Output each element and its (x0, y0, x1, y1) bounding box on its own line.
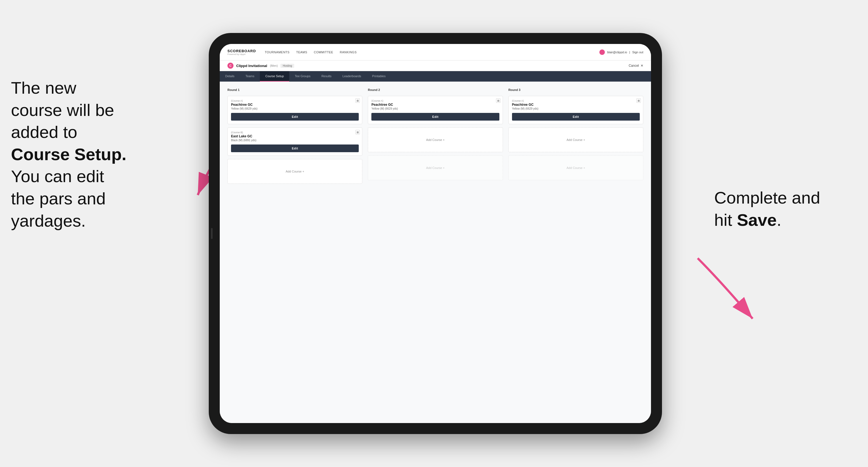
course-name-r1-a: Peachtree GC (231, 103, 359, 106)
brand-text: SCOREBOARD (227, 49, 256, 53)
delete-button-r3-a[interactable]: ⊠ (637, 98, 641, 103)
top-nav-right: blair@clippd.io | Sign out (599, 50, 643, 55)
course-detail-r3-a: Yellow (M) (6629 yds) (512, 107, 640, 110)
annotation-right-bold: Save (737, 211, 777, 229)
cancel-button[interactable]: Cancel ✕ (629, 64, 643, 68)
add-course-r1[interactable]: Add Course + (227, 159, 362, 184)
course-tag-r3-a: (Course A) (512, 99, 640, 102)
tablet-side-button (211, 228, 213, 239)
sign-out-link[interactable]: Sign out (632, 51, 643, 54)
delete-button-r1-a[interactable]: ⊠ (355, 98, 360, 103)
add-course-label-r1: Add Course + (286, 170, 304, 173)
powered-text: Powered by clippd (227, 53, 256, 56)
course-card-r1-b: ⊠ (Course B) East Lake GC Black (M) (689… (227, 127, 362, 156)
tab-tee-groups[interactable]: Tee Groups (289, 71, 316, 82)
nav-teams[interactable]: TEAMS (296, 51, 307, 54)
nav-rankings[interactable]: RANKINGS (340, 51, 356, 54)
tab-course-setup[interactable]: Course Setup (260, 71, 289, 82)
arrow-right (681, 253, 785, 330)
rounds-grid: Round 1 ⊠ (Course A) Peachtree GC Yellow… (227, 88, 643, 184)
hosting-badge: Hosting (280, 64, 294, 68)
tab-details[interactable]: Details (220, 71, 240, 82)
add-course-label-r3: Add Course + (567, 138, 585, 142)
tournament-bar-left: C Clippd Invitational (Men) Hosting (227, 63, 294, 69)
tab-teams[interactable]: Teams (240, 71, 260, 82)
edit-button-r1-a[interactable]: Edit (231, 113, 359, 121)
top-nav-links: TOURNAMENTS TEAMS COMMITTEE RANKINGS (265, 51, 357, 54)
annotation-left-line1: The new (11, 78, 76, 97)
user-avatar (599, 50, 605, 55)
round-3-column: Round 3 ⊠ (Course A) Peachtree GC Yellow… (508, 88, 643, 184)
clippd-logo-letter: C (229, 64, 231, 67)
tab-leaderboards[interactable]: Leaderboards (337, 71, 367, 82)
course-card-r1-a: ⊠ (Course A) Peachtree GC Yellow (M) (66… (227, 96, 362, 124)
tournament-name: Clippd Invitational (236, 64, 267, 68)
course-detail-r2-a: Yellow (M) (6629 yds) (371, 107, 499, 110)
course-name-r3-a: Peachtree GC (512, 103, 640, 106)
round-2-column: Round 2 ⊠ (Course A) Peachtree GC Yellow… (368, 88, 503, 184)
annotation-left-line3: added to (11, 123, 77, 142)
scoreboard-logo: SCOREBOARD Powered by clippd (227, 49, 256, 56)
annotation-left-line5: You can edit (11, 167, 104, 186)
nav-tournaments[interactable]: TOURNAMENTS (265, 51, 289, 54)
clippd-logo: C (227, 63, 234, 69)
tab-bar: Details Teams Course Setup Tee Groups Re… (220, 71, 651, 82)
annotation-right-line2: hit Save. (714, 211, 781, 229)
delete-button-r2-a[interactable]: ⊠ (496, 98, 500, 103)
course-card-r2-a: ⊠ (Course A) Peachtree GC Yellow (M) (66… (368, 96, 503, 124)
course-detail-r1-b: Black (M) (6891 yds) (231, 139, 359, 142)
add-course-label-r2: Add Course + (426, 138, 445, 142)
main-content: Round 1 ⊠ (Course A) Peachtree GC Yellow… (220, 82, 651, 423)
delete-button-r1-b[interactable]: ⊠ (355, 130, 360, 134)
add-course-r2[interactable]: Add Course + (368, 127, 503, 152)
top-nav: SCOREBOARD Powered by clippd TOURNAMENTS… (220, 44, 651, 60)
tablet-frame: SCOREBOARD Powered by clippd TOURNAMENTS… (209, 33, 662, 434)
cancel-icon: ✕ (641, 64, 643, 68)
annotation-left-line2: course will be (11, 100, 114, 120)
round-1-column: Round 1 ⊠ (Course A) Peachtree GC Yellow… (227, 88, 362, 184)
cancel-label: Cancel (629, 64, 639, 68)
edit-button-r1-b[interactable]: Edit (231, 145, 359, 152)
course-name-r1-b: East Lake GC (231, 134, 359, 138)
annotation-right-line1: Complete and (714, 188, 820, 207)
add-course-r2-extra: Add Course + (368, 155, 503, 180)
add-course-label-r2-extra: Add Course + (426, 166, 445, 169)
nav-committee[interactable]: COMMITTEE (314, 51, 334, 54)
round-2-label: Round 2 (368, 88, 503, 91)
add-course-r3-extra: Add Course + (508, 155, 643, 180)
user-email: blair@clippd.io (607, 51, 627, 54)
course-name-r2-a: Peachtree GC (371, 103, 499, 106)
course-tag-r1-a: (Course A) (231, 99, 359, 102)
course-detail-r1-a: Yellow (M) (6629 yds) (231, 107, 359, 110)
course-card-r3-a: ⊠ (Course A) Peachtree GC Yellow (M) (66… (508, 96, 643, 124)
edit-button-r2-a[interactable]: Edit (371, 113, 499, 121)
course-tag-r2-a: (Course A) (371, 99, 499, 102)
top-nav-left: SCOREBOARD Powered by clippd TOURNAMENTS… (227, 49, 357, 56)
tournament-bar: C Clippd Invitational (Men) Hosting Canc… (220, 60, 651, 71)
annotation-left-line6: the pars and (11, 189, 106, 208)
tab-printables[interactable]: Printables (367, 71, 391, 82)
tournament-gender: (Men) (270, 64, 278, 67)
annotation-right-end: . (777, 211, 781, 229)
tablet-screen: SCOREBOARD Powered by clippd TOURNAMENTS… (220, 44, 651, 423)
annotation-left-line7: yardages. (11, 211, 86, 230)
round-1-label: Round 1 (227, 88, 362, 91)
edit-button-r3-a[interactable]: Edit (512, 113, 640, 121)
round-3-label: Round 3 (508, 88, 643, 91)
course-tag-r1-b: (Course B) (231, 131, 359, 134)
annotation-right: Complete and hit Save. (714, 187, 851, 231)
annotation-left-line4: Course Setup. (11, 145, 126, 164)
tab-results[interactable]: Results (316, 71, 337, 82)
add-course-r3[interactable]: Add Course + (508, 127, 643, 152)
add-course-label-r3-extra: Add Course + (567, 166, 585, 169)
